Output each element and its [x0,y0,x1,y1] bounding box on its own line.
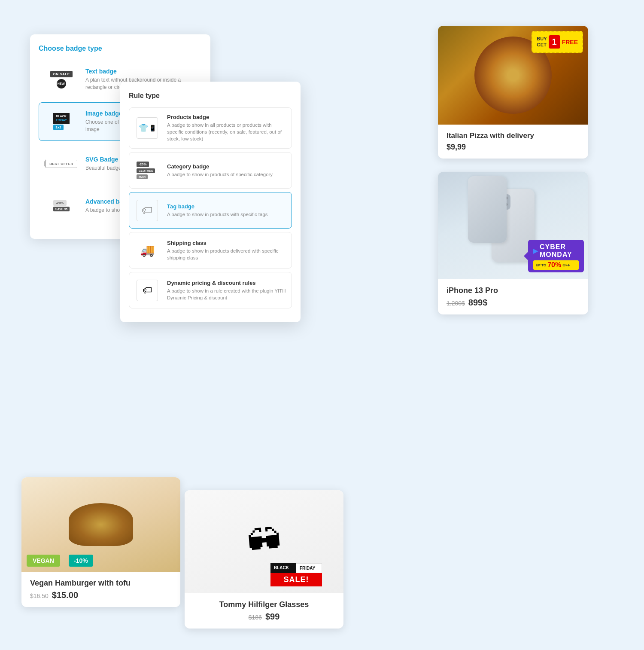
hamburger-price-new: $15.00 [52,590,78,600]
dynamic-thumb: 🏷 [134,278,160,302]
shipping-truck-icon: 🚚 [140,243,155,257]
rule-dynamic[interactable]: 🏷 Dynamic pricing & discount rules A bad… [129,272,292,308]
glasses-info: Tommy Hilfilger Glasses $186 $99 [185,593,343,629]
iphone-price-new: 899$ [468,298,488,308]
on-sale-label: ON SALE [50,71,72,77]
three-x2-thumb: 3x2 [53,125,63,130]
svg-badge-thumb-wrap: BEST OFFER [44,151,79,177]
buy-get-badge: BUY GET 1 FREE [532,31,583,53]
image-badge-thumb: BLACKFRIDAY 3x2 [44,109,79,134]
mobile-icon: 📱 [149,125,156,131]
buy-text: BUY [537,36,547,41]
tag-info: Tag badge A badge to show in products wi… [167,203,268,218]
dynamic-info: Dynamic pricing & discount rules A badge… [167,280,286,301]
iphone-back-2 [468,176,507,243]
iphone-info: iPhone 13 Pro 1.200$ 899$ [438,279,588,314]
hamburger-info: Vegan Hamburger with tofu $16.50 $15.00 [21,572,180,607]
tag-icon: 🏷 [142,204,153,217]
bf-friday-label: FRIDAY [296,563,322,573]
glasses-visual: 🕶 [245,521,283,563]
adv-bottom-label: SAVE 95 [53,207,70,211]
hamburger-price: $16.50 $15.00 [30,590,172,600]
products-thumb: 👕 📱 [134,116,160,140]
get-text: GET [537,42,547,47]
shipping-thumb: 🚚 [134,238,160,262]
category-info: Category badge A badge to show in produc… [167,163,273,178]
text-badge-thumb: ON SALE NEW! [44,67,79,92]
tag-thumb: 🏷 [134,198,160,222]
cm-upto: UP TO [536,263,546,267]
hamburger-image: VEGAN -10% [21,477,180,572]
pizza-info: Italian Pizza with delivery $9,99 [438,125,588,159]
bf-sale-badge: BLACK FRIDAY SALE! [270,563,322,586]
category-thumb: -20% CLOTHES MAN [134,159,160,182]
rule-products[interactable]: 👕 📱 Products badge A badge to show in al… [129,107,292,149]
products-info: Products badge A badge to show in all pr… [167,114,286,142]
pizza-price: $9,99 [447,143,580,152]
adv-top-label: -20% [53,200,67,206]
discount-label: -20% [137,162,149,167]
iphone-title: iPhone 13 Pro [447,286,580,295]
man-label: MAN [137,174,148,179]
discount-badge: -10% [69,555,93,567]
cm-arrow [524,251,529,261]
rule-category[interactable]: -20% CLOTHES MAN Category badge A badge … [129,152,292,189]
iphone-price-old: 1.200$ [447,300,465,307]
pizza-image: BUY GET 1 FREE [438,26,588,125]
glasses-card: 🕶 BLACK FRIDAY SALE! Tommy Hilfilger Gla… [185,490,343,629]
dynamic-icon: 🏷 [143,285,152,296]
iphone-image: ▶ CYBERMONDAY UP TO 70% OFF [438,172,588,279]
badge-type-title: Choose badge type [39,45,202,52]
iphone-price: 1.200$ 899$ [447,298,580,308]
pizza-card: BUY GET 1 FREE Italian Pizza with delive… [438,26,588,159]
bf-black-label: BLACK [270,563,296,573]
get-num: 1 [549,35,560,49]
svg-best-offer: BEST OFFER [46,160,77,168]
cm-discount: 70% [547,261,561,269]
new-label: NEW! [57,79,66,88]
vegan-badge: VEGAN [27,555,60,567]
iphone-card: ▶ CYBERMONDAY UP TO 70% OFF iPhone 13 Pr… [438,172,588,314]
glasses-image: 🕶 BLACK FRIDAY SALE! [185,490,343,593]
black-friday-thumb: BLACKFRIDAY [53,113,69,124]
glasses-title: Tommy Hilfilger Glasses [193,600,335,609]
hamburger-card: VEGAN -10% Vegan Hamburger with tofu $16… [21,477,180,607]
free-text: FREE [562,39,578,46]
burger-visual [69,503,133,546]
bf-sale-label: SALE! [270,573,322,586]
rule-tag[interactable]: 🏷 Tag badge A badge to show in products … [129,192,292,229]
rule-type-title: Rule type [129,92,292,100]
glasses-price-old: $186 [249,614,262,621]
hamburger-title: Vegan Hamburger with tofu [30,579,172,588]
cm-off: OFF [562,263,570,267]
clothes-label: CLOTHES [137,168,155,173]
shirt-icon: 👕 [139,123,148,133]
hamburger-price-old: $16.50 [30,592,49,599]
cm-arrow-icon: ▶ [533,247,538,254]
shipping-info: Shipping class A badge to show in produc… [167,240,286,261]
cm-title: CYBERMONDAY [540,243,572,259]
glasses-price: $186 $99 [193,612,335,622]
rule-shipping[interactable]: 🚚 Shipping class A badge to show in prod… [129,232,292,269]
cyber-monday-badge: ▶ CYBERMONDAY UP TO 70% OFF [528,240,584,272]
rule-type-panel: Rule type 👕 📱 Products badge A badge to … [120,82,301,322]
pizza-title: Italian Pizza with delivery [447,131,580,140]
glasses-price-new: $99 [265,612,279,622]
advanced-badge-thumb-wrap: -20% SAVE 95 [44,193,79,219]
